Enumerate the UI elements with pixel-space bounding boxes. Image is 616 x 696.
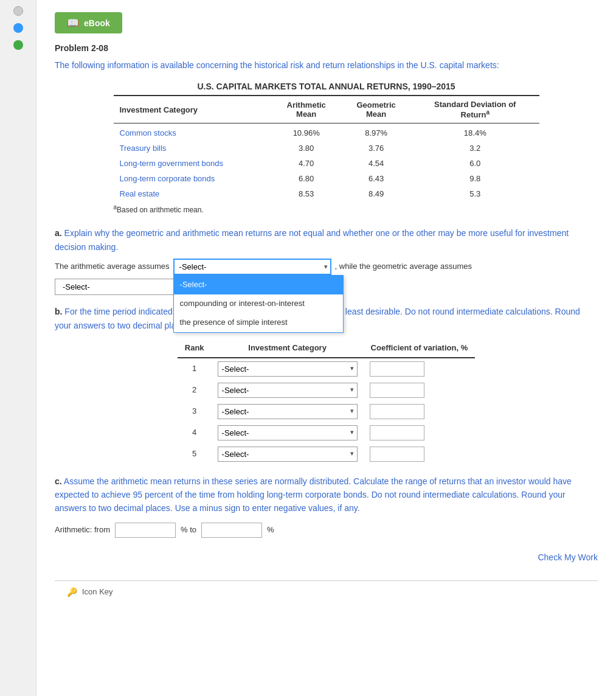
part-a-inline: The arithmetic average assumes -Select- … [55, 259, 598, 275]
col-header-category: Investment Category [114, 96, 272, 124]
dropdown-option-simple[interactable]: the presence of simple interest [174, 313, 343, 332]
row-arith: 4.70 [271, 156, 341, 171]
sidebar-dot-green [13, 40, 23, 50]
rank-select-3[interactable]: -Select- Common stocks Treasury bills Lo… [218, 404, 358, 419]
rank-number: 2 [178, 380, 212, 401]
col-header-geo: GeometricMean [341, 96, 411, 124]
row-category: Treasury bills [114, 141, 272, 156]
inline-after: , while the geometric average assumes [335, 260, 472, 273]
rank-select-cell: -Select- Common stocks Treasury bills Lo… [212, 380, 364, 401]
coeff-input-4[interactable] [370, 425, 424, 440]
sidebar [0, 0, 36, 615]
ebook-icon: 📖 [67, 17, 79, 29]
row-std: 9.8 [411, 171, 539, 186]
sidebar-dot-gray [13, 6, 23, 16]
row-arith: 3.80 [271, 141, 341, 156]
row-geo: 4.54 [341, 156, 411, 171]
key-icon: 🔑 [67, 587, 77, 597]
dropdown1-select[interactable]: -Select- compounding or interest-on-inte… [173, 259, 331, 275]
row-std: 18.4% [411, 124, 539, 141]
col-header-arith: ArithmeticMean [271, 96, 341, 124]
row-geo: 6.43 [341, 171, 411, 186]
arith-mid: % to [181, 524, 196, 537]
rank-row-1: 1 -Select- Common stocks Treasury bills … [178, 358, 475, 380]
rank-number: 5 [178, 444, 212, 465]
coeff-cell [364, 444, 476, 465]
rank-row-3: 3 -Select- Common stocks Treasury bills … [178, 401, 475, 422]
rank-select-cell: -Select- Common stocks Treasury bills Lo… [212, 422, 364, 444]
dropdown1-wrapper: -Select- compounding or interest-on-inte… [173, 259, 331, 275]
part-a-question: Explain why the geometric and arithmetic… [55, 228, 569, 251]
part-a-label: a. [55, 228, 62, 238]
rank-table: Rank Investment Category Coefficient of … [178, 339, 475, 465]
row-geo: 8.49 [341, 186, 411, 201]
row-geo: 3.76 [341, 141, 411, 156]
arith-label: Arithmetic: from [55, 524, 110, 537]
rank-header: Rank [178, 339, 212, 358]
intro-text: The following information is available c… [55, 59, 598, 72]
rank-select-5[interactable]: -Select- Common stocks Treasury bills Lo… [218, 447, 358, 462]
inline-before: The arithmetic average assumes [55, 260, 170, 273]
table-row: Treasury bills 3.80 3.76 3.2 [114, 141, 539, 156]
ebook-button[interactable]: 📖 eBook [55, 12, 122, 33]
capital-markets-table: U.S. CAPITAL MARKETS TOTAL ANNUAL RETURN… [114, 82, 539, 214]
row-std: 6.0 [411, 156, 539, 171]
arith-from-input[interactable] [115, 523, 176, 538]
row-arith: 6.80 [271, 171, 341, 186]
part-c-label: c. [55, 476, 62, 486]
arithmetic-row: Arithmetic: from % to % [55, 523, 598, 538]
table-title: U.S. CAPITAL MARKETS TOTAL ANNUAL RETURN… [114, 82, 539, 96]
part-c-question: Assume the arithmetic mean returns in th… [55, 476, 572, 513]
row-geo: 8.97% [341, 124, 411, 141]
table-row: Long-term corporate bonds 6.80 6.43 9.8 [114, 171, 539, 186]
rank-row-5: 5 -Select- Common stocks Treasury bills … [178, 444, 475, 465]
rank-select-cell: -Select- Common stocks Treasury bills Lo… [212, 401, 364, 422]
table-row: Common stocks 10.96% 8.97% 18.4% [114, 124, 539, 141]
arith-to-input[interactable] [201, 523, 262, 538]
rank-select-wrapper-4: -Select- Common stocks Treasury bills Lo… [218, 425, 358, 440]
rank-number: 4 [178, 422, 212, 444]
coeff-input-2[interactable] [370, 383, 424, 398]
rank-select-wrapper-3: -Select- Common stocks Treasury bills Lo… [218, 404, 358, 419]
icon-key-bar: 🔑 Icon Key [55, 580, 598, 603]
coeff-cell [364, 422, 476, 444]
table-row: Real estate 8.53 8.49 5.3 [114, 186, 539, 201]
rank-select-wrapper-1: -Select- Common stocks Treasury bills Lo… [218, 361, 358, 377]
rank-number: 3 [178, 401, 212, 422]
rank-select-wrapper-2: -Select- Common stocks Treasury bills Lo… [218, 383, 358, 398]
icon-key-label: Icon Key [82, 587, 113, 596]
row-arith: 10.96% [271, 124, 341, 141]
coeff-header: Coefficient of variation, % [364, 339, 476, 358]
problem-title: Problem 2-08 [55, 43, 598, 53]
coeff-input-3[interactable] [370, 404, 424, 419]
coeff-cell [364, 358, 476, 380]
part-a-section: a. Explain why the geometric and arithme… [55, 226, 598, 295]
data-table: Investment Category ArithmeticMean Geome… [114, 96, 539, 201]
row-category: Long-term government bonds [114, 156, 272, 171]
row-category: Real estate [114, 186, 272, 201]
rank-select-2[interactable]: -Select- Common stocks Treasury bills Lo… [218, 383, 358, 398]
investment-category-header: Investment Category [212, 339, 364, 358]
rank-select-cell: -Select- Common stocks Treasury bills Lo… [212, 444, 364, 465]
table-row: Long-term government bonds 4.70 4.54 6.0 [114, 156, 539, 171]
rank-select-4[interactable]: -Select- Common stocks Treasury bills Lo… [218, 425, 358, 440]
arith-end: % [267, 524, 274, 537]
rank-number: 1 [178, 358, 212, 380]
row-std: 5.3 [411, 186, 539, 201]
table-footnote: aBased on arithmetic mean. [114, 204, 539, 214]
coeff-cell [364, 380, 476, 401]
main-content: 📖 eBook Problem 2-08 The following infor… [36, 0, 616, 615]
ebook-label: eBook [84, 18, 110, 28]
row-category: Long-term corporate bonds [114, 171, 272, 186]
dropdown-option-select[interactable]: -Select- [174, 276, 343, 294]
coeff-cell [364, 401, 476, 422]
coeff-input-1[interactable] [370, 361, 424, 377]
dropdown-option-compounding[interactable]: compounding or interest-on-interest [174, 294, 343, 313]
row-std: 3.2 [411, 141, 539, 156]
coeff-input-5[interactable] [370, 447, 424, 462]
row-arith: 8.53 [271, 186, 341, 201]
rank-select-1[interactable]: -Select- Common stocks Treasury bills Lo… [218, 361, 358, 377]
col-header-std: Standard Deviation ofReturna [411, 96, 539, 124]
check-my-work-button[interactable]: Check My Work [538, 552, 598, 562]
rank-row-4: 4 -Select- Common stocks Treasury bills … [178, 422, 475, 444]
